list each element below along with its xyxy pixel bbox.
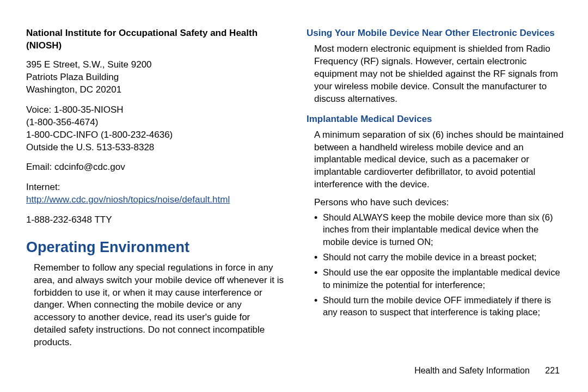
- phone-line: Outside the U.S. 513-533-8328: [26, 142, 285, 154]
- internet-label: Internet:: [26, 181, 285, 194]
- bullet-lead: Persons who have such devices:: [314, 197, 565, 209]
- page-footer: Health and Safety Information 221: [26, 366, 565, 376]
- section-body: Remember to follow any special regulatio…: [34, 262, 285, 350]
- phone-block: Voice: 1-800-35-NIOSH (1-800-356-4674) 1…: [26, 104, 285, 154]
- tty-line: 1-888-232-6348 TTY: [26, 214, 285, 226]
- right-column: Using Your Mobile Device Near Other Elec…: [307, 27, 565, 362]
- footer-label: Health and Safety Information: [414, 366, 530, 375]
- section-heading-operating-environment: Operating Environment: [26, 237, 285, 257]
- page-columns: National Institute for Occupational Safe…: [26, 27, 565, 362]
- organization-name: National Institute for Occupational Safe…: [26, 27, 285, 52]
- page-number: 221: [545, 366, 560, 375]
- address-line: 395 E Street, S.W., Suite 9200: [26, 59, 285, 71]
- list-item: Should ALWAYS keep the mobile device mor…: [314, 211, 565, 248]
- address-line: Washington, DC 20201: [26, 84, 285, 96]
- email-line: Email: cdcinfo@cdc.gov: [26, 161, 285, 174]
- subsection-body: Most modern electronic equipment is shie…: [314, 43, 565, 106]
- list-item: Should use the ear opposite the implanta…: [314, 266, 565, 291]
- internet-link[interactable]: http://www.cdc.gov/niosh/topics/noise/de…: [26, 194, 230, 205]
- subsection-heading-implantable: Implantable Medical Devices: [307, 113, 565, 126]
- phone-line: (1-800-356-4674): [26, 117, 285, 129]
- address-block: 395 E Street, S.W., Suite 9200 Patriots …: [26, 59, 285, 96]
- phone-line: Voice: 1-800-35-NIOSH: [26, 104, 285, 117]
- email-block: Email: cdcinfo@cdc.gov: [26, 161, 285, 174]
- list-item: Should turn the mobile device OFF immedi…: [314, 294, 565, 318]
- subsection-heading-electronic-devices: Using Your Mobile Device Near Other Elec…: [307, 27, 565, 40]
- subsection-body: A minimum separation of six (6) inches s…: [314, 129, 565, 192]
- internet-block: Internet: http://www.cdc.gov/niosh/topic…: [26, 181, 285, 206]
- list-item: Should not carry the mobile device in a …: [314, 251, 565, 263]
- bullet-list: Should ALWAYS keep the mobile device mor…: [314, 211, 565, 318]
- address-line: Patriots Plaza Building: [26, 71, 285, 84]
- left-column: National Institute for Occupational Safe…: [26, 27, 285, 362]
- phone-line: 1-800-CDC-INFO (1-800-232-4636): [26, 129, 285, 142]
